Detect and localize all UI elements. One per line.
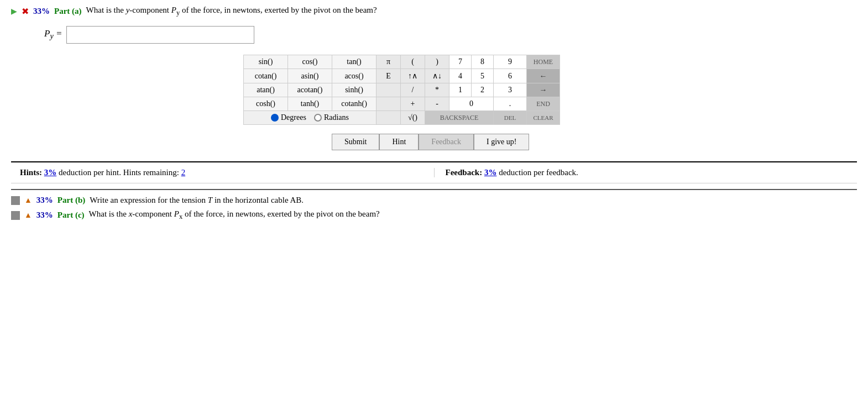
play-icon: ▶ [11, 7, 17, 16]
calc-cos[interactable]: cos() [288, 55, 332, 69]
radians-label: Radians [324, 113, 349, 122]
answer-input[interactable] [66, 26, 254, 44]
hints-section: Hints: 3% deduction per hint. Hints rema… [20, 168, 435, 177]
degrees-radio[interactable]: Degrees [271, 113, 306, 122]
feedback-percent: 3% [484, 168, 497, 177]
give-up-button[interactable]: I give up! [474, 134, 529, 150]
calc-back-arrow[interactable]: ← [527, 69, 560, 83]
input-row: Py = [44, 26, 857, 44]
calc-cotanh[interactable]: cotanh() [332, 97, 377, 111]
calc-pi[interactable]: π [377, 55, 401, 69]
calc-empty-2 [377, 97, 401, 111]
hints-remaining: 2 [181, 168, 186, 177]
part-b-row: ▲ 33% Part (b) Write an expression for t… [11, 196, 857, 205]
part-c-triangle-icon: ▲ [24, 211, 32, 220]
part-a-header: ▶ ✖ 33% Part (a) What is the y-component… [11, 6, 857, 17]
calc-7[interactable]: 7 [449, 55, 472, 69]
part-b-triangle-icon: ▲ [24, 196, 32, 205]
calc-e[interactable]: E [377, 69, 401, 83]
part-c-square-icon [11, 211, 20, 220]
calc-9[interactable]: 9 [494, 55, 527, 69]
part-b-square-icon [11, 196, 20, 205]
calc-sin[interactable]: sin() [244, 55, 288, 69]
calc-6[interactable]: 6 [494, 69, 527, 83]
hints-text: deduction per hint. Hints remaining: [59, 168, 181, 177]
calc-open-paren[interactable]: ( [401, 55, 425, 69]
deg-rad-cell: Degrees Radians [244, 111, 377, 125]
calc-4[interactable]: 4 [449, 69, 472, 83]
calc-tan[interactable]: tan() [332, 55, 377, 69]
calc-3[interactable]: 3 [494, 83, 527, 97]
calculator-area: sin() cos() tan() π ( ) 7 8 9 HOME cotan… [243, 55, 857, 125]
calc-8[interactable]: 8 [472, 55, 494, 69]
hints-feedback-bar: Hints: 3% deduction per hint. Hints rema… [11, 161, 857, 183]
calc-asin[interactable]: asin() [288, 69, 332, 83]
part-c-percent: 33% [36, 210, 53, 220]
hints-label: Hints: [20, 168, 42, 177]
calc-atan[interactable]: atan() [244, 83, 288, 97]
calc-close-paren[interactable]: ) [425, 55, 449, 69]
calc-cotan[interactable]: cotan() [244, 69, 288, 83]
calc-sinh[interactable]: sinh() [332, 83, 377, 97]
part-c-question: What is the x-component Px of the force,… [89, 209, 380, 221]
calc-acos[interactable]: acos() [332, 69, 377, 83]
calc-up[interactable]: ↑∧ [401, 69, 425, 83]
degrees-radio-dot [271, 114, 279, 122]
submit-button[interactable]: Submit [332, 134, 379, 150]
calc-clear[interactable]: CLEAR [527, 111, 560, 125]
calc-empty-3 [377, 111, 401, 125]
calculator-table: sin() cos() tan() π ( ) 7 8 9 HOME cotan… [243, 55, 560, 125]
part-b-percent: 33% [36, 196, 53, 205]
part-a-question: What is the y-component Py of the force,… [86, 6, 377, 17]
part-a-label: Part (a) [54, 7, 82, 16]
hints-percent: 3% [44, 168, 57, 177]
calc-sqrt[interactable]: √() [401, 111, 425, 125]
calc-divide[interactable]: / [401, 83, 425, 97]
calc-acotan[interactable]: acotan() [288, 83, 332, 97]
calc-1[interactable]: 1 [449, 83, 472, 97]
calc-tanh[interactable]: tanh() [288, 97, 332, 111]
other-parts: ▲ 33% Part (b) Write an expression for t… [11, 189, 857, 221]
feedback-label: Feedback: [446, 168, 483, 177]
radians-radio[interactable]: Radians [314, 113, 349, 122]
part-b-label: Part (b) [57, 196, 85, 205]
part-a-percent: 33% [33, 7, 50, 16]
part-b-question: Write an expression for the tension T in… [90, 196, 304, 205]
degrees-label: Degrees [281, 113, 306, 122]
part-c-row: ▲ 33% Part (c) What is the x-component P… [11, 209, 857, 221]
calc-plus[interactable]: + [401, 97, 425, 111]
main-container: ▶ ✖ 33% Part (a) What is the y-component… [0, 0, 868, 231]
calc-0[interactable]: 0 [449, 97, 494, 111]
calc-del[interactable]: DEL [494, 111, 527, 125]
radians-radio-dot [314, 114, 322, 122]
x-icon: ✖ [22, 6, 29, 17]
calc-empty-1 [377, 83, 401, 97]
feedback-section: Feedback: 3% deduction per feedback. [435, 168, 849, 177]
feedback-text: deduction per feedback. [499, 168, 578, 177]
calc-forward-arrow[interactable]: → [527, 83, 560, 97]
calc-end[interactable]: END [527, 97, 560, 111]
input-label: Py = [44, 28, 62, 41]
calc-down[interactable]: ∧↓ [425, 69, 449, 83]
calc-backspace[interactable]: BACKSPACE [425, 111, 494, 125]
calc-multiply[interactable]: * [425, 83, 449, 97]
hint-button[interactable]: Hint [379, 134, 419, 150]
part-c-label: Part (c) [57, 210, 85, 220]
calc-minus[interactable]: - [425, 97, 449, 111]
calc-cosh[interactable]: cosh() [244, 97, 288, 111]
calc-dot[interactable]: . [494, 97, 527, 111]
calc-home[interactable]: HOME [527, 55, 560, 69]
calc-2[interactable]: 2 [472, 83, 494, 97]
feedback-button[interactable]: Feedback [419, 134, 474, 150]
action-buttons: Submit Hint Feedback I give up! [332, 134, 857, 150]
calc-5[interactable]: 5 [472, 69, 494, 83]
